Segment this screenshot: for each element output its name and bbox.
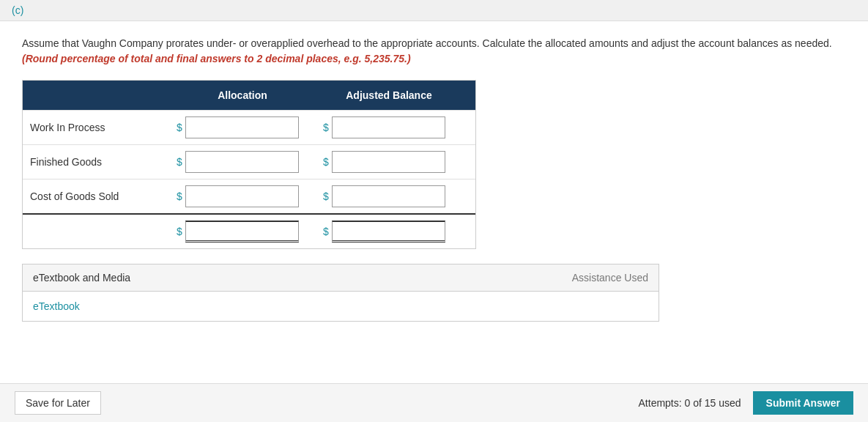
footer-right: Attempts: 0 of 15 used Submit Answer	[639, 391, 853, 415]
cogs-allocation-input[interactable]	[185, 185, 299, 207]
instructions-main-text: Assume that Vaughn Company prorates unde…	[22, 37, 832, 49]
dollar-sign: $	[323, 190, 329, 202]
table-row: Work In Process $ $	[23, 110, 475, 144]
total-adjusted-cell: $	[316, 215, 462, 248]
submit-answer-button[interactable]: Submit Answer	[753, 391, 853, 415]
dollar-sign: $	[323, 226, 329, 237]
dollar-sign: $	[177, 156, 182, 168]
row-label-wip: Work In Process	[23, 113, 169, 142]
dollar-sign: $	[323, 122, 329, 133]
etextbook-title: eTextbook and Media	[33, 272, 130, 284]
dollar-sign: $	[177, 122, 182, 133]
wip-adjusted-input[interactable]	[332, 116, 445, 138]
header-label-col	[23, 81, 169, 110]
dollar-sign: $	[323, 156, 329, 168]
assistance-used-label: Assistance Used	[572, 272, 648, 284]
footer-bar: Save for Later Attempts: 0 of 15 used Su…	[0, 383, 868, 422]
etextbook-header: eTextbook and Media Assistance Used	[23, 264, 659, 292]
row-label-cogs: Cost of Goods Sold	[23, 182, 169, 211]
top-bar: (c)	[0, 0, 868, 21]
wip-allocation-cell: $	[169, 111, 316, 144]
dollar-sign: $	[177, 190, 182, 202]
etextbook-link[interactable]: eTextbook	[33, 300, 80, 312]
header-allocation-col: Allocation	[169, 81, 316, 110]
total-label	[23, 223, 169, 240]
main-content: Assume that Vaughn Company prorates unde…	[0, 21, 868, 336]
total-allocation-cell: $	[169, 215, 316, 248]
wip-allocation-input[interactable]	[185, 116, 299, 138]
fg-allocation-cell: $	[169, 145, 316, 179]
row-label-fg: Finished Goods	[23, 147, 169, 177]
total-adjusted-input[interactable]	[332, 221, 445, 243]
instructions-highlight-text: (Round percentage of total and final ans…	[22, 53, 411, 64]
attempts-text: Attempts: 0 of 15 used	[639, 397, 741, 409]
instructions: Assume that Vaughn Company prorates unde…	[22, 36, 846, 67]
cogs-adjusted-cell: $	[316, 179, 462, 213]
wip-adjusted-cell: $	[316, 111, 462, 144]
fg-adjusted-input[interactable]	[332, 151, 445, 173]
dollar-sign: $	[177, 226, 182, 237]
header-adjusted-col: Adjusted Balance	[316, 81, 462, 110]
table-row: Finished Goods $ $	[23, 144, 475, 179]
fg-allocation-input[interactable]	[185, 151, 299, 173]
total-row: $ $	[23, 213, 475, 248]
save-later-button[interactable]: Save for Later	[15, 391, 101, 415]
allocation-table: Allocation Adjusted Balance Work In Proc…	[22, 80, 476, 249]
fg-adjusted-cell: $	[316, 145, 462, 179]
cogs-allocation-cell: $	[169, 179, 316, 213]
etextbook-body: eTextbook	[23, 292, 659, 321]
cogs-adjusted-input[interactable]	[332, 185, 445, 207]
page-wrapper: (c) Assume that Vaughn Company prorates …	[0, 0, 868, 422]
table-row: Cost of Goods Sold $ $	[23, 179, 475, 213]
section-label: (c)	[12, 4, 23, 16]
table-header: Allocation Adjusted Balance	[23, 81, 475, 110]
etextbook-section: eTextbook and Media Assistance Used eTex…	[22, 264, 659, 322]
total-allocation-input[interactable]	[185, 221, 299, 243]
